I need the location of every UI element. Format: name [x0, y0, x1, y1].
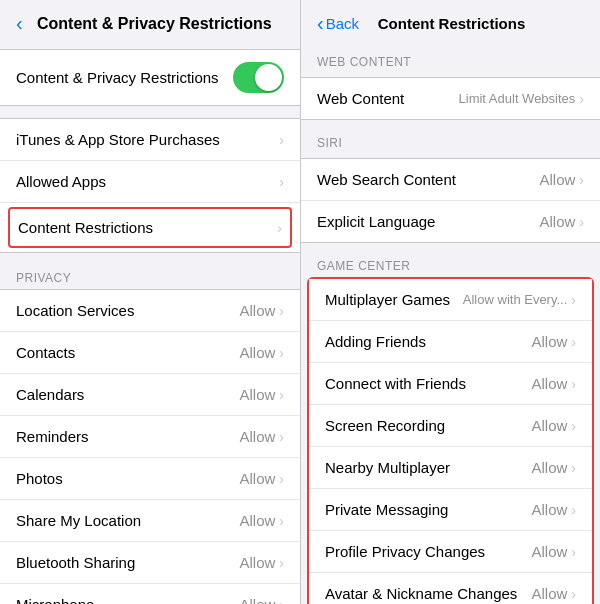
multiplayer-games-label: Multiplayer Games: [325, 291, 450, 308]
adding-friends-label: Adding Friends: [325, 333, 426, 350]
location-services-right: Allow ›: [239, 302, 284, 319]
nearby-multiplayer-chevron-icon: ›: [571, 460, 576, 476]
toggle-section: Content & Privacy Restrictions: [0, 49, 300, 106]
calendars-right: Allow ›: [239, 386, 284, 403]
share-location-chevron-icon: ›: [279, 513, 284, 529]
right-nav-header: ‹ Back Content Restrictions: [301, 0, 600, 43]
explicit-language-row[interactable]: Explicit Language Allow ›: [301, 201, 600, 242]
profile-privacy-right: Allow ›: [531, 543, 576, 560]
location-services-row[interactable]: Location Services Allow ›: [0, 290, 300, 332]
profile-privacy-row[interactable]: Profile Privacy Changes Allow ›: [309, 531, 592, 573]
calendars-value: Allow: [239, 386, 275, 403]
reminders-row[interactable]: Reminders Allow ›: [0, 416, 300, 458]
microphone-row[interactable]: Microphone Allow ›: [0, 584, 300, 604]
toggle-label: Content & Privacy Restrictions: [16, 69, 219, 86]
adding-friends-right: Allow ›: [531, 333, 576, 350]
content-restrictions-row[interactable]: Content Restrictions ›: [8, 207, 292, 248]
contacts-chevron-icon: ›: [279, 345, 284, 361]
web-content-label: Web Content: [317, 90, 404, 107]
nearby-multiplayer-right: Allow ›: [531, 459, 576, 476]
left-back-button[interactable]: ‹: [16, 12, 25, 35]
private-messaging-row[interactable]: Private Messaging Allow ›: [309, 489, 592, 531]
main-menu-section: iTunes & App Store Purchases › Allowed A…: [0, 118, 300, 253]
avatar-nickname-value: Allow: [531, 585, 567, 602]
location-services-chevron-icon: ›: [279, 303, 284, 319]
adding-friends-value: Allow: [531, 333, 567, 350]
right-back-button[interactable]: ‹ Back: [317, 12, 359, 35]
screen-recording-row[interactable]: Screen Recording Allow ›: [309, 405, 592, 447]
siri-section-label: SIRI: [301, 124, 600, 154]
share-location-row[interactable]: Share My Location Allow ›: [0, 500, 300, 542]
photos-chevron-icon: ›: [279, 471, 284, 487]
left-chevron-icon: ‹: [16, 12, 23, 35]
avatar-nickname-row[interactable]: Avatar & Nickname Changes Allow ›: [309, 573, 592, 604]
avatar-nickname-label: Avatar & Nickname Changes: [325, 585, 517, 602]
connect-friends-row[interactable]: Connect with Friends Allow ›: [309, 363, 592, 405]
microphone-right: Allow ›: [239, 596, 284, 604]
profile-privacy-value: Allow: [531, 543, 567, 560]
nearby-multiplayer-label: Nearby Multiplayer: [325, 459, 450, 476]
allowed-apps-row[interactable]: Allowed Apps ›: [0, 161, 300, 203]
multiplayer-games-row[interactable]: Multiplayer Games Allow with Every... ›: [309, 279, 592, 321]
reminders-label: Reminders: [16, 428, 89, 445]
contacts-right: Allow ›: [239, 344, 284, 361]
web-content-chevron-icon: ›: [579, 91, 584, 107]
bluetooth-sharing-right: Allow ›: [239, 554, 284, 571]
privacy-section-label: PRIVACY: [0, 259, 300, 289]
bluetooth-sharing-row[interactable]: Bluetooth Sharing Allow ›: [0, 542, 300, 584]
photos-row[interactable]: Photos Allow ›: [0, 458, 300, 500]
allowed-apps-label: Allowed Apps: [16, 173, 106, 190]
avatar-nickname-right: Allow ›: [531, 585, 576, 602]
right-back-label: Back: [326, 15, 359, 32]
toggle-knob: [255, 64, 282, 91]
microphone-value: Allow: [239, 596, 275, 604]
multiplayer-games-chevron-icon: ›: [571, 292, 576, 308]
itunes-purchases-right: ›: [279, 132, 284, 148]
adding-friends-row[interactable]: Adding Friends Allow ›: [309, 321, 592, 363]
contacts-value: Allow: [239, 344, 275, 361]
right-chevron-icon: ‹: [317, 12, 324, 35]
contacts-row[interactable]: Contacts Allow ›: [0, 332, 300, 374]
calendars-row[interactable]: Calendars Allow ›: [0, 374, 300, 416]
contacts-label: Contacts: [16, 344, 75, 361]
bluetooth-sharing-label: Bluetooth Sharing: [16, 554, 135, 571]
privacy-section: Location Services Allow › Contacts Allow…: [0, 289, 300, 604]
content-restrictions-right: ›: [277, 220, 282, 236]
screen-recording-label: Screen Recording: [325, 417, 445, 434]
screen-recording-chevron-icon: ›: [571, 418, 576, 434]
right-panel: ‹ Back Content Restrictions WEB CONTENT …: [300, 0, 600, 604]
nearby-multiplayer-row[interactable]: Nearby Multiplayer Allow ›: [309, 447, 592, 489]
bluetooth-sharing-chevron-icon: ›: [279, 555, 284, 571]
reminders-right: Allow ›: [239, 428, 284, 445]
avatar-nickname-chevron-icon: ›: [571, 586, 576, 602]
web-search-content-chevron-icon: ›: [579, 172, 584, 188]
adding-friends-chevron-icon: ›: [571, 334, 576, 350]
web-content-value: Limit Adult Websites: [459, 91, 576, 106]
web-search-content-row[interactable]: Web Search Content Allow ›: [301, 159, 600, 201]
connect-friends-chevron-icon: ›: [571, 376, 576, 392]
web-search-content-label: Web Search Content: [317, 171, 456, 188]
explicit-language-label: Explicit Language: [317, 213, 435, 230]
profile-privacy-label: Profile Privacy Changes: [325, 543, 485, 560]
web-content-row[interactable]: Web Content Limit Adult Websites ›: [301, 78, 600, 119]
photos-label: Photos: [16, 470, 63, 487]
itunes-chevron-icon: ›: [279, 132, 284, 148]
calendars-label: Calendars: [16, 386, 84, 403]
reminders-chevron-icon: ›: [279, 429, 284, 445]
right-nav-title: Content Restrictions: [359, 15, 544, 32]
photos-value: Allow: [239, 470, 275, 487]
left-panel: ‹ Content & Privacy Restrictions Content…: [0, 0, 300, 604]
content-restrictions-chevron-icon: ›: [277, 220, 282, 236]
nearby-multiplayer-value: Allow: [531, 459, 567, 476]
itunes-purchases-row[interactable]: iTunes & App Store Purchases ›: [0, 119, 300, 161]
calendars-chevron-icon: ›: [279, 387, 284, 403]
restrictions-toggle[interactable]: [233, 62, 284, 93]
content-restrictions-label: Content Restrictions: [18, 219, 153, 236]
private-messaging-right: Allow ›: [531, 501, 576, 518]
left-nav-header: ‹ Content & Privacy Restrictions: [0, 0, 300, 43]
connect-friends-right: Allow ›: [531, 375, 576, 392]
microphone-label: Microphone: [16, 596, 94, 604]
private-messaging-label: Private Messaging: [325, 501, 448, 518]
toggle-row: Content & Privacy Restrictions: [0, 50, 300, 105]
profile-privacy-chevron-icon: ›: [571, 544, 576, 560]
